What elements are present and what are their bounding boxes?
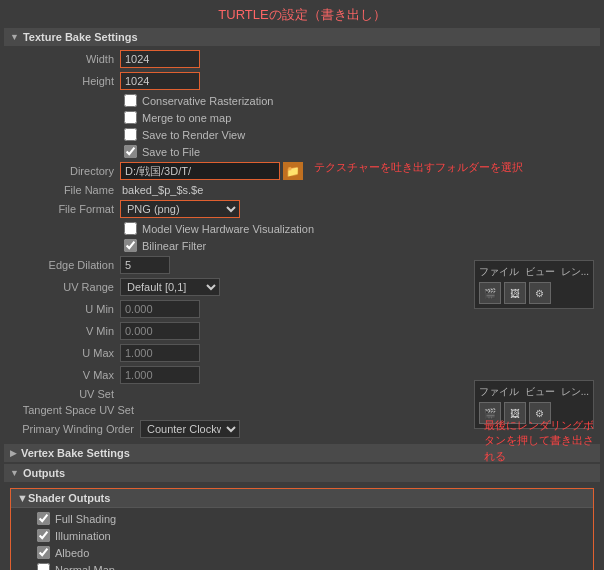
save-render-row: Save to Render View [4, 126, 600, 143]
winding-select[interactable]: Counter Clockwise [140, 420, 240, 438]
directory-input[interactable] [120, 162, 280, 180]
vmax-input[interactable] [120, 366, 200, 384]
width-row: Width [4, 48, 600, 70]
shader-label-1: Illumination [55, 530, 111, 542]
merge-row: Merge to one map [4, 109, 600, 126]
shader-checkbox-2[interactable] [37, 546, 50, 559]
page-title: TURTLEの設定（書き出し） [0, 0, 604, 28]
shader-checkbox-1[interactable] [37, 529, 50, 542]
edge-dilation-input[interactable] [120, 256, 170, 274]
height-input[interactable] [120, 72, 200, 90]
folder-button[interactable]: 📁 [283, 162, 303, 180]
shader-label-3: Normal Map [55, 564, 115, 571]
merge-checkbox[interactable] [124, 111, 137, 124]
arrow-icon-shader: ▼ [17, 492, 28, 504]
umax-row: U Max [4, 342, 600, 364]
vmin-row: V Min [4, 320, 600, 342]
shader-checkbox-0[interactable] [37, 512, 50, 525]
render-icon-btn-1[interactable]: 🎬 [479, 282, 501, 304]
shader-item-3: Normal Map [31, 561, 593, 570]
bilinear-checkbox[interactable] [124, 239, 137, 252]
uv-range-select[interactable]: Default [0,1] [120, 278, 220, 296]
shader-outputs-body: Full ShadingIlluminationAlbedoNormal Map… [11, 508, 593, 570]
arrow-icon-vertex: ▶ [10, 448, 17, 458]
shader-label-0: Full Shading [55, 513, 116, 525]
outputs-section: ▼ Outputs ▼ Shader Outputs Full ShadingI… [4, 464, 600, 570]
model-view-row: Model View Hardware Visualization [4, 220, 600, 237]
shader-outputs-header[interactable]: ▼ Shader Outputs [11, 489, 593, 508]
outputs-header[interactable]: ▼ Outputs [4, 464, 600, 482]
vmin-input[interactable] [120, 322, 200, 340]
outputs-body: ▼ Shader Outputs Full ShadingIlluminatio… [4, 482, 600, 570]
width-input[interactable] [120, 50, 200, 68]
arrow-icon-outputs: ▼ [10, 468, 19, 478]
render-icons-1: 🎬 🖼 ⚙ [479, 282, 589, 304]
save-file-row: Save to File [4, 143, 600, 160]
conservative-row: Conservative Rasterization [4, 92, 600, 109]
umax-input[interactable] [120, 344, 200, 362]
model-view-checkbox[interactable] [124, 222, 137, 235]
bilinear-row: Bilinear Filter [4, 237, 600, 254]
height-row: Height [4, 70, 600, 92]
render-annotation: 最後にレンダリングボタンを押して書き出される [484, 418, 594, 464]
shader-label-2: Albedo [55, 547, 89, 559]
filename-row: File Name baked_$p_$s.$e [4, 182, 600, 198]
main-panel: ▼ Texture Bake Settings Width Height Con… [4, 28, 600, 570]
save-file-checkbox[interactable] [124, 145, 137, 158]
texture-bake-header[interactable]: ▼ Texture Bake Settings [4, 28, 600, 46]
arrow-icon: ▼ [10, 32, 19, 42]
conservative-checkbox[interactable] [124, 94, 137, 107]
render-icon-btn-2[interactable]: 🖼 [504, 282, 526, 304]
shader-item-1: Illumination [31, 527, 593, 544]
render-panel-1: ファイル ビュー レン... 🎬 🖼 ⚙ [474, 260, 594, 309]
texture-annotation: テクスチャーを吐き出すフォルダーを選択 [314, 160, 523, 175]
shader-item-0: Full Shading [31, 510, 593, 527]
fileformat-select[interactable]: PNG (png) [120, 200, 240, 218]
umin-input[interactable] [120, 300, 200, 318]
shader-item-2: Albedo [31, 544, 593, 561]
save-render-checkbox[interactable] [124, 128, 137, 141]
fileformat-row: File Format PNG (png) [4, 198, 600, 220]
render-icon-btn-3[interactable]: ⚙ [529, 282, 551, 304]
shader-outputs-section: ▼ Shader Outputs Full ShadingIlluminatio… [10, 488, 594, 570]
directory-row: Directory 📁 テクスチャーを吐き出すフォルダーを選択 [4, 160, 600, 182]
shader-checkbox-3[interactable] [37, 563, 50, 570]
